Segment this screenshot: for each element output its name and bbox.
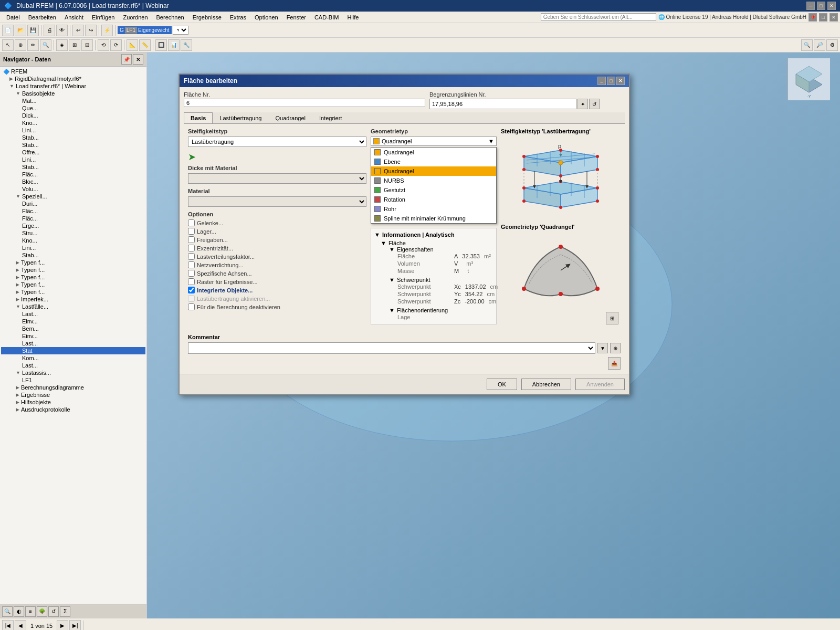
tb2-r3[interactable]: ⚙ — [826, 39, 838, 51]
save-btn[interactable]: 💾 — [27, 25, 39, 36]
menu-optionen[interactable]: Optionen — [250, 13, 282, 22]
export-btn[interactable]: 📤 — [608, 357, 621, 370]
nav-item-lf1[interactable]: LF1 — [1, 376, 145, 384]
nav-item-bem[interactable]: Bem... — [1, 325, 145, 332]
tb2-btn3[interactable]: ✏ — [27, 39, 39, 51]
nav-list-btn[interactable]: ≡ — [25, 606, 36, 617]
nav-search-btn[interactable]: 🔍 — [2, 606, 13, 617]
nav-item-lastfaelle[interactable]: ▼Lastfälle... — [1, 303, 145, 310]
info-header[interactable]: ▼ Informationen | Analytisch — [374, 232, 493, 238]
nav-item-last2[interactable]: Last... — [1, 340, 145, 347]
menu-ansicht[interactable]: Ansicht — [60, 13, 88, 22]
geom-opt-spline[interactable]: Spline mit minimaler Krümmung — [371, 214, 496, 223]
abbrechen-button[interactable]: Abbrechen — [521, 379, 571, 390]
preview-btn[interactable]: 👁 — [56, 25, 68, 36]
nav-item-flac2[interactable]: Fläc... — [1, 207, 145, 215]
tb2-r2[interactable]: 🔎 — [814, 39, 825, 51]
menu-berechnen[interactable]: Berechnen — [152, 13, 188, 22]
dicke-select[interactable] — [188, 173, 366, 184]
tb2-btn9[interactable]: ⟳ — [110, 39, 122, 51]
menu-bearbeiten[interactable]: Bearbeiten — [24, 13, 60, 22]
new-btn[interactable]: 📄 — [2, 25, 14, 36]
nav-item-ausdr[interactable]: ▶Ausdruckprotokolle — [1, 406, 145, 413]
nav-item-flac[interactable]: Fläc... — [1, 171, 145, 178]
info-eigen-header[interactable]: ▼ Eigenschaften — [389, 246, 493, 253]
nav-item-stab4[interactable]: Stab... — [1, 251, 145, 259]
nav-item-que[interactable]: Que... — [1, 104, 145, 112]
nav-item-imperf[interactable]: ▶Imperfek... — [1, 296, 145, 303]
comment-icon-btn[interactable]: ⊕ — [610, 343, 621, 353]
search-input[interactable] — [541, 13, 656, 21]
grid-icon-btn[interactable]: ⊞ — [606, 312, 618, 324]
bt-btn3[interactable]: ▶ — [57, 620, 68, 631]
open-btn[interactable]: 📂 — [15, 25, 26, 36]
close-app-button[interactable]: ✕ — [830, 13, 838, 22]
nav-item-last1[interactable]: Last... — [1, 310, 145, 318]
ok-button[interactable]: OK — [487, 379, 517, 390]
tb2-btn2[interactable]: ⊕ — [15, 39, 26, 51]
menu-zuordnen[interactable]: Zuordnen — [119, 13, 152, 22]
geom-top-select[interactable]: Quadrangel ▼ — [371, 136, 497, 146]
dialog-min-btn[interactable]: _ — [597, 77, 606, 85]
nav-item-offr[interactable]: Offre... — [1, 149, 145, 156]
nav-item-kno[interactable]: Kno... — [1, 119, 145, 127]
info-flaeche-header[interactable]: ▼ Fläche — [381, 240, 493, 246]
comment-select[interactable] — [188, 342, 595, 354]
lc-dropdown[interactable]: ▼ — [173, 26, 188, 35]
steifigkeit-select[interactable]: Lastübertragung Standard Starr — [188, 136, 366, 147]
nav-item-mat[interactable]: Mat... — [1, 97, 145, 104]
undo-btn[interactable]: ↩ — [72, 25, 84, 36]
cb-lager[interactable] — [188, 228, 195, 235]
material-select[interactable] — [188, 196, 366, 207]
nav-item-berech[interactable]: ▶Berechnungsdiagramme — [1, 384, 145, 391]
cb-deaktiv[interactable] — [188, 303, 195, 310]
tab-lastuebertragung[interactable]: Lastübertragung — [213, 112, 268, 123]
calc-btn[interactable]: ⚡ — [101, 25, 113, 36]
anwenden-button[interactable]: Anwenden — [575, 379, 625, 390]
print-btn[interactable]: 🖨 — [44, 25, 55, 36]
tb2-btn8[interactable]: ⟲ — [98, 39, 109, 51]
info-schwer-header[interactable]: ▼ Schwerpunkt — [389, 277, 493, 283]
bt-btn1[interactable]: |◀ — [2, 620, 14, 631]
begrenzung-btn1[interactable]: ✦ — [578, 99, 588, 109]
nav-item-typen4[interactable]: ▶Typen f... — [1, 281, 145, 288]
geom-opt-gestutzt[interactable]: Gestutzt — [371, 185, 496, 195]
geom-opt-ebene[interactable]: Ebene — [371, 157, 496, 166]
nav-item-stab2[interactable]: Stab... — [1, 141, 145, 149]
geom-opt-quad2[interactable]: Quadrangel — [371, 166, 496, 176]
nav-tree-btn[interactable]: 🌳 — [37, 606, 47, 617]
cb-freigaben[interactable] — [188, 236, 195, 243]
nav-item-volu[interactable]: Volu... — [1, 185, 145, 193]
dialog-max-btn[interactable]: □ — [607, 77, 615, 85]
begrenzung-btn2[interactable]: ↺ — [589, 99, 600, 109]
tb2-btn13[interactable]: 📊 — [168, 39, 180, 51]
geom-opt-rohr[interactable]: Rohr — [371, 204, 496, 214]
cb-achsen[interactable] — [188, 270, 195, 277]
bt-btn4[interactable]: ▶| — [69, 620, 81, 631]
tab-quadrangel[interactable]: Quadrangel — [268, 112, 312, 123]
info-orient-header[interactable]: ▼ Flächenorientierung — [389, 307, 493, 313]
pin-button[interactable]: 📌 — [808, 13, 817, 22]
nav-item-kom[interactable]: Kom... — [1, 354, 145, 362]
cb-gelenke[interactable] — [188, 219, 195, 226]
nav-item-hilfs[interactable]: ▶Hilfsobjekte — [1, 398, 145, 406]
cb-netzverd[interactable] — [188, 261, 195, 268]
flaeche-nr-input[interactable] — [184, 99, 425, 107]
nav-item-ergeb[interactable]: ▶Ergebnisse — [1, 391, 145, 398]
nav-item-lini3[interactable]: Lini... — [1, 244, 145, 251]
tb2-btn7[interactable]: ⊟ — [81, 39, 93, 51]
tb2-btn14[interactable]: 🔧 — [181, 39, 192, 51]
cb-raster[interactable] — [188, 278, 195, 285]
nav-item-einv2[interactable]: Einv... — [1, 332, 145, 340]
tb2-btn4[interactable]: 🔍 — [40, 39, 51, 51]
nav-item-duri[interactable]: Duri... — [1, 200, 145, 207]
nav-item-last3[interactable]: Last... — [1, 362, 145, 369]
nav-calc-btn[interactable]: Σ — [60, 606, 70, 617]
tb2-btn12[interactable]: 🔲 — [155, 39, 167, 51]
nav-item-loadtransfer[interactable]: ▼ Load transfer.rf6* | Webinar — [1, 82, 145, 90]
nav-item-bloc[interactable]: Bloc... — [1, 178, 145, 185]
close-button[interactable]: ✕ — [827, 2, 836, 10]
nav-item-basisobjekte[interactable]: ▼ Basisobjekte — [1, 90, 145, 97]
nav-item-lini[interactable]: Lini... — [1, 127, 145, 134]
tb2-btn6[interactable]: ⊞ — [69, 39, 80, 51]
